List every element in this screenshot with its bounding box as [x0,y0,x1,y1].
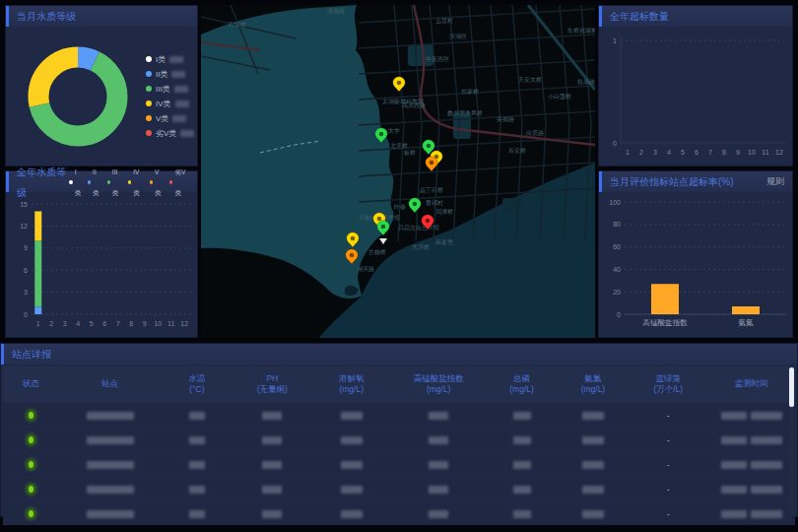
redacted-cell [391,436,486,444]
legend-item: 劣V类 [146,128,194,139]
algae-value: - [629,435,707,445]
map-pin[interactable] [409,198,421,213]
legend-dot [88,180,91,184]
redacted-cell [486,461,557,469]
map-pin[interactable] [393,77,405,92]
panel-header: 全年超标数量 [599,6,792,27]
empty-line-chart: 10123456789101112 [599,27,792,165]
svg-text:板桥: 板桥 [403,150,416,156]
redacted-cell [391,486,486,494]
stacked-bar-segment [34,307,41,314]
redacted-cell [391,461,486,469]
legend-label: II类 [156,69,167,80]
redacted-cell [233,461,311,469]
legend-label: I类 [156,54,166,65]
svg-text:10: 10 [154,320,162,327]
donut-chart [20,38,136,155]
svg-text:中富西区: 中富西区 [426,55,449,63]
legend-dot [69,180,72,184]
redacted-cell [233,486,311,494]
legend-dot [146,100,152,106]
rate-bar [732,306,760,314]
redacted-cell [162,412,233,420]
status-indicator [3,484,58,495]
svg-text:周潭桥: 周潭桥 [435,208,453,215]
status-indicator [3,459,58,470]
redacted-cell [312,461,391,469]
redacted-cell [558,486,629,494]
svg-text:12: 12 [180,320,188,327]
svg-text:6: 6 [102,320,106,327]
rules-link[interactable]: 规则 [766,171,784,192]
legend-dot [128,180,131,184]
svg-text:太湖新城科教园: 太湖新城科教园 [382,98,424,105]
table-row[interactable]: - [3,478,795,500]
svg-text:吕品交化艺术馆: 吕品交化艺术馆 [398,224,439,232]
svg-text:大浮桥: 大浮桥 [412,243,430,250]
city-map[interactable]: 石渎桥漆塘路滨湖区中富西区五星村天安大桥机场路小白荡桥郑家桥高浪西路蠡湖里弄风桥… [201,5,595,338]
legend-dot [169,180,172,184]
table-row[interactable]: - [3,453,795,476]
svg-text:天安大桥: 天安大桥 [518,76,542,83]
panel-month-water-grade: 当月水质等级 I类 II类 III类 IV类 V类 劣V类 [5,5,198,166]
svg-text:3: 3 [653,149,657,156]
map-pin[interactable] [426,157,437,171]
redacted-value [172,115,186,122]
stacked-bar-segment [34,211,41,240]
rate-bar [651,284,679,314]
svg-text:7: 7 [116,320,120,327]
status-indicator [3,410,58,421]
status-indicator [3,434,58,445]
svg-text:湖滨路: 湖滨路 [357,265,374,273]
svg-text:3: 3 [24,289,28,296]
status-indicator [3,508,58,519]
column-header: 氨氮(mg/L) [558,373,629,395]
svg-text:机场路: 机场路 [577,79,595,86]
table-scrollbar[interactable] [789,367,794,515]
redacted-cell [162,510,233,518]
svg-text:10: 10 [748,149,756,156]
panel-header: 当月评价指标站点超标率(%) 规则 [599,171,792,192]
status-dot-green [27,410,35,421]
redacted-cell [312,486,391,494]
svg-text:100: 100 [609,199,621,206]
donut-legend: I类 II类 III类 IV类 V类 劣V类 [146,50,194,143]
legend-label: V类 [156,113,168,124]
redacted-cell [233,436,311,444]
table-row[interactable]: - [3,429,795,451]
panel-month-exceed-rate: 当月评价指标站点超标率(%) 规则 020406080100高锰酸盐指数氨氮 [598,170,793,338]
svg-text:4: 4 [667,149,671,156]
redacted-cell [58,510,162,518]
legend-item: II类 [146,69,194,80]
svg-text:40: 40 [613,266,621,273]
svg-text:小白荡桥: 小白荡桥 [548,94,571,100]
svg-text:1: 1 [613,37,617,44]
svg-text:2: 2 [639,149,643,156]
panel-station-report: 站点详报 状态站点水温(°C)PH(无量纲)溶解氧(mg/L)高锰酸盐指数(mg… [0,343,798,517]
scrollbar-thumb[interactable] [789,367,794,407]
redacted-cell [233,510,311,518]
redacted-cell [558,436,629,444]
algae-value: - [629,460,707,470]
legend-label: III类 [156,84,170,95]
svg-text:北亚桥: 北亚桥 [390,142,408,150]
panel-title: 当月评价指标站点超标率(%) [610,171,734,192]
panel-header: 站点详报 [1,344,797,365]
station-table: 状态站点水温(°C)PH(无量纲)溶解氧(mg/L)高锰酸盐指数(mg/L)总磷… [1,365,797,516]
svg-text:寿安桥: 寿安桥 [507,147,526,154]
legend-dot [107,180,110,184]
svg-text:60: 60 [613,243,621,250]
status-dot-green [27,459,35,470]
svg-text:20: 20 [613,289,621,296]
svg-text:0: 0 [617,311,621,318]
legend-dot [146,86,152,92]
redacted-cell [58,486,162,494]
svg-text:11: 11 [167,320,174,327]
map-container[interactable]: 石渎桥漆塘路滨湖区中富西区五星村天安大桥机场路小白荡桥郑家桥高浪西路蠡湖里弄风桥… [201,5,595,338]
redacted-cell [162,436,233,444]
table-row[interactable]: - [3,502,795,525]
svg-text:蠡湖里弄风桥: 蠡湖里弄风桥 [447,109,483,116]
svg-text:1: 1 [626,149,630,156]
table-row[interactable]: - [3,404,795,427]
panel-title: 全年超标数量 [610,6,669,27]
